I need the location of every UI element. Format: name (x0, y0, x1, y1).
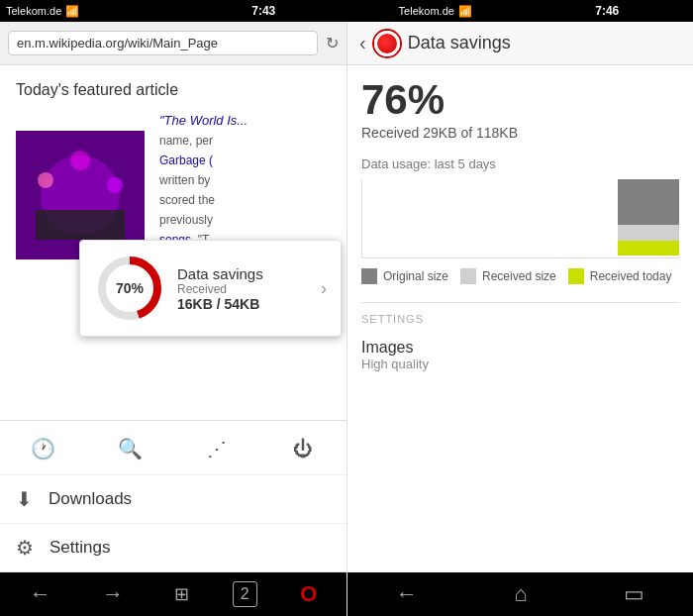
legend-today-label: Received today (590, 269, 672, 283)
forward-button[interactable]: → (94, 573, 132, 615)
right-home-button[interactable]: ⌂ (506, 573, 535, 615)
downloads-icon: ⬇ (16, 487, 33, 511)
right-time: 7:46 (522, 4, 694, 18)
garbage-link[interactable]: Garbage ( (159, 154, 213, 167)
right-carrier: Telekom.de (399, 5, 454, 18)
svg-rect-2 (36, 210, 125, 240)
popup-data: 16KB / 54KB (177, 296, 309, 312)
legend-original-label: Original size (383, 269, 448, 283)
legend-received: Received size (460, 268, 556, 284)
opera-logo (374, 31, 400, 56)
chart-legend: Original size Received size Received tod… (361, 268, 679, 284)
data-savings-title: Data savings (408, 33, 511, 53)
settings-section: SETTINGS Images High quality (361, 302, 679, 375)
left-sim-icon: 📶 (65, 5, 79, 18)
right-recent-button[interactable]: ▭ (616, 573, 652, 615)
donut-percent: 70% (116, 280, 144, 296)
menu-items-list: ⬇ Downloads ⚙ Settings (0, 475, 346, 572)
bar-day-5 (618, 179, 679, 256)
grid-button[interactable]: ⊞ (166, 575, 197, 613)
downloads-label: Downloads (49, 489, 132, 509)
menu-icons-row: 🕐 🔍 ⋰ ⏻ (0, 421, 346, 475)
back-chevron-icon[interactable]: ‹ (359, 32, 366, 54)
svg-point-3 (38, 172, 53, 188)
power-icon-btn[interactable]: ⏻ (281, 431, 325, 466)
legend-original-box (361, 268, 377, 284)
refresh-button[interactable]: ↻ (326, 34, 339, 52)
left-carrier-info: Telekom.de 📶 (0, 5, 178, 18)
article-quote: "The World Is... (159, 113, 248, 128)
search-icon-btn[interactable]: 🔍 (108, 431, 151, 466)
images-setting[interactable]: Images High quality (361, 335, 679, 375)
bar-day-1 (362, 179, 424, 256)
browser-panel: en.m.wikipedia.org/wiki/Main_Page ↻ Toda… (0, 22, 346, 616)
popup-title: Data savings (177, 265, 309, 282)
right-carrier-info: Telekom.de 📶 (349, 5, 522, 18)
settings-icon: ⚙ (16, 536, 34, 560)
savings-percent: 76% (361, 79, 679, 121)
bar-received-5 (618, 225, 679, 240)
right-header: ‹ Data savings (347, 22, 693, 65)
legend-received-box (460, 268, 476, 284)
bottom-menu: 🕐 🔍 ⋰ ⏻ ⬇ Downloads ⚙ Settings (0, 420, 346, 572)
settings-menu-item[interactable]: ⚙ Settings (0, 524, 346, 572)
url-bar: en.m.wikipedia.org/wiki/Main_Page ↻ (0, 22, 346, 65)
bar-day-4 (553, 179, 615, 256)
tabs-button[interactable]: 2 (233, 581, 257, 607)
bar-day-3 (490, 179, 551, 256)
data-savings-popup[interactable]: 70% Data savings Received 16KB / 54KB › (79, 240, 342, 337)
right-back-button[interactable]: ← (388, 573, 426, 615)
popup-arrow-icon[interactable]: › (321, 278, 327, 299)
left-time: 7:43 (178, 4, 350, 18)
bar-chart (361, 179, 679, 258)
popup-info: Data savings Received 16KB / 54KB (177, 265, 309, 312)
savings-detail: Received 29KB of 118KB (361, 125, 679, 141)
legend-today-box (568, 268, 584, 284)
bar-day-2 (426, 179, 487, 256)
right-content: Reset 76% Received 29KB of 118KB Data us… (347, 65, 693, 572)
back-button[interactable]: ← (22, 573, 59, 615)
history-icon-btn[interactable]: 🕐 (22, 431, 65, 466)
legend-original: Original size (361, 268, 448, 284)
chart-label: Data usage: last 5 days (361, 156, 679, 171)
legend-today: Received today (568, 268, 672, 284)
left-status-bar: Telekom.de 📶 7:43 Telekom.de 📶 7:46 (0, 0, 693, 22)
legend-received-label: Received size (482, 269, 556, 283)
left-carrier: Telekom.de (6, 5, 61, 17)
opera-button[interactable]: O (292, 573, 325, 615)
featured-article-title: Today's featured article (16, 81, 331, 99)
settings-divider (361, 302, 679, 303)
url-input[interactable]: en.m.wikipedia.org/wiki/Main_Page (8, 31, 318, 55)
bottom-nav-left: ← → ⊞ 2 O (0, 572, 346, 616)
settings-heading: SETTINGS (361, 313, 679, 325)
donut-chart: 70% (94, 253, 165, 324)
images-sub: High quality (361, 357, 679, 371)
chart-section: Data usage: last 5 days (361, 156, 679, 284)
bar-today-5 (618, 241, 679, 256)
share-icon-btn[interactable]: ⋰ (195, 431, 239, 466)
right-panel: ‹ Data savings Reset 76% Received 29KB o… (346, 22, 693, 616)
right-sim-icon: 📶 (458, 5, 472, 18)
svg-point-4 (70, 151, 90, 170)
savings-summary: Reset 76% Received 29KB of 118KB (361, 79, 679, 141)
bar-original-5 (618, 179, 679, 225)
popup-subtitle: Received (177, 282, 309, 296)
downloads-menu-item[interactable]: ⬇ Downloads (0, 475, 346, 524)
settings-label: Settings (50, 538, 110, 558)
svg-point-5 (107, 177, 123, 193)
images-title: Images (361, 339, 679, 357)
bottom-nav-right: ← ⌂ ▭ (347, 572, 693, 616)
tabs-count: 2 (241, 585, 249, 602)
